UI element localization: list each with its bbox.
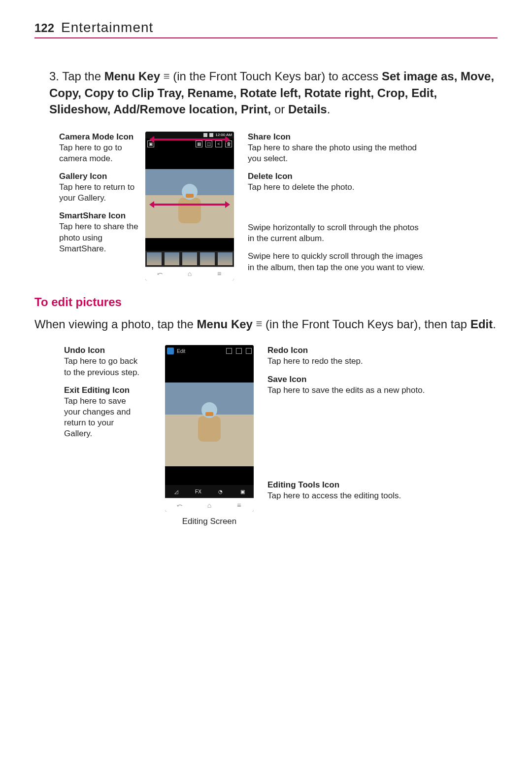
exit-editing-callout: Exit Editing Icon Tap here to save your … <box>64 385 140 439</box>
text: When viewing a photo, tap the <box>34 317 197 331</box>
crop-tool-icon[interactable]: ◿ <box>165 485 187 498</box>
swipe-horizontal-arrow <box>153 204 226 206</box>
callout-desc: Tap here to delete the photo. <box>248 182 354 192</box>
gallery-callout: Gallery Icon Tap here to return to your … <box>59 171 140 204</box>
edit-option: Edit <box>470 317 493 331</box>
editor-top-bar: Edit <box>165 345 254 357</box>
thumbnail[interactable] <box>147 252 162 265</box>
battery-icon <box>209 133 213 137</box>
undo-icon[interactable] <box>226 348 232 354</box>
callout-title: Camera Mode Icon <box>59 132 133 141</box>
thumbnail-strip[interactable] <box>145 251 234 267</box>
text: (in the Front Touch Keys bar) to access <box>173 70 382 83</box>
to-edit-pictures-heading: To edit pictures <box>34 295 498 309</box>
fx-tool-icon[interactable]: FX <box>187 485 209 498</box>
photo-content <box>195 402 224 446</box>
text: 3. Tap the <box>49 70 104 83</box>
callout-desc: Tap here to save the edits as a new phot… <box>267 385 425 395</box>
menu-key-icon: ≡ <box>164 71 170 82</box>
swipe-horizontal-callout: Swipe horizontally to scroll through the… <box>248 222 426 244</box>
text: or <box>274 103 288 116</box>
photo-content <box>175 184 204 227</box>
thumbnail[interactable] <box>200 252 215 265</box>
callout-title: Undo Icon <box>64 346 105 355</box>
callout-title: Exit Editing Icon <box>64 385 130 395</box>
photo-viewer-diagram: Camera Mode Icon Tap here to go to camer… <box>34 132 498 280</box>
callout-desc: Tap here to return to your Gallery. <box>59 182 134 203</box>
thumbnail[interactable] <box>182 252 197 265</box>
callout-desc: Tap here to go to camera mode. <box>59 143 122 163</box>
page-number: 122 <box>34 21 54 35</box>
editbar-label: Edit <box>177 348 185 354</box>
editor-photo-area[interactable] <box>165 382 254 466</box>
smartshare-callout: SmartShare Icon Tap here to share the ph… <box>59 210 140 254</box>
editing-screen-diagram: Undo Icon Tap here to go back to the pre… <box>34 345 498 526</box>
callout-title: Save Icon <box>267 375 306 384</box>
menu-key[interactable]: ≡ <box>204 267 234 280</box>
menu-key[interactable]: ≡ <box>224 498 254 512</box>
callout-desc: Tap here to save your changes and return… <box>64 396 131 438</box>
photo-view-area[interactable] <box>145 169 234 238</box>
home-key[interactable]: ⌂ <box>195 498 224 512</box>
callout-title: Share Icon <box>248 132 291 141</box>
callout-title: Editing Tools Icon <box>267 480 339 489</box>
share-callout: Share Icon Tap here to share the photo u… <box>248 132 426 164</box>
smartshare-icon[interactable]: ◫ <box>205 140 212 147</box>
frame-tool-icon[interactable]: ▣ <box>232 485 254 498</box>
callout-title: SmartShare Icon <box>59 211 126 220</box>
signal-icon <box>203 133 207 137</box>
callout-desc: Tap here to share the photo using the me… <box>248 143 417 163</box>
exit-editing-icon[interactable] <box>167 348 174 354</box>
gallery-icon[interactable]: ▦ <box>196 140 202 147</box>
editing-tools-bar: ◿ FX ◔ ▣ <box>165 485 254 498</box>
menu-key-label: Menu Key <box>197 317 253 331</box>
save-callout: Save Icon Tap here to save the edits as … <box>267 374 446 396</box>
edit-instruction-paragraph: When viewing a photo, tap the Menu Key ≡… <box>34 316 498 333</box>
color-tool-icon[interactable]: ◔ <box>209 485 232 498</box>
text: . <box>327 103 331 116</box>
callout-title: Delete Icon <box>248 172 293 181</box>
back-key[interactable]: ⤺ <box>165 498 195 512</box>
callout-desc: Tap here to access the editing tools. <box>267 491 401 500</box>
back-key[interactable]: ⤺ <box>145 267 175 280</box>
text: . <box>493 317 496 331</box>
swipe-thumbs-arrow <box>153 139 226 140</box>
page-header: 122 Entertainment <box>34 20 498 38</box>
undo-callout: Undo Icon Tap here to go back to the pre… <box>64 345 140 378</box>
callout-desc: Tap here to go back to the previous step… <box>64 356 139 377</box>
save-icon[interactable] <box>246 348 252 354</box>
status-bar: 12:00 AM <box>145 132 234 139</box>
redo-callout: Redo Icon Tap here to redo the step. <box>267 345 446 367</box>
home-key[interactable]: ⌂ <box>175 267 204 280</box>
callout-desc: Tap here to redo the step. <box>267 356 363 366</box>
chapter-title: Entertainment <box>61 20 153 35</box>
details-option: Details <box>288 103 327 116</box>
text: (in the Front Touch Keys bar), then tap <box>266 317 470 331</box>
callout-title: Gallery Icon <box>59 172 107 181</box>
menu-key-icon: ≡ <box>256 318 263 329</box>
share-icon[interactable]: < <box>215 140 222 147</box>
front-touch-keys: ⤺ ⌂ ≡ <box>145 267 234 280</box>
callout-desc: Tap here to share the photo using SmartS… <box>59 222 138 253</box>
thumbnail[interactable] <box>218 252 233 265</box>
menu-key-label: Menu Key <box>104 70 160 83</box>
camera-mode-callout: Camera Mode Icon Tap here to go to camer… <box>59 132 140 164</box>
redo-icon[interactable] <box>236 348 242 354</box>
editing-screen-caption: Editing Screen <box>160 517 259 526</box>
callout-title: Redo Icon <box>267 346 308 355</box>
phone-screenshot-editor: Edit ◿ FX ◔ ▣ <box>165 345 254 512</box>
callout-desc: Swipe here to quickly scroll through the… <box>248 251 425 272</box>
editing-tools-callout: Editing Tools Icon Tap here to access th… <box>267 480 446 501</box>
phone-screenshot-viewer: 12:00 AM ▣ ▦ ◫ < 🗑 <box>145 132 234 280</box>
step-3-text: 3. Tap the Menu Key ≡ (in the Front Touc… <box>49 68 498 118</box>
front-touch-keys: ⤺ ⌂ ≡ <box>165 498 254 512</box>
thumbnail[interactable] <box>165 252 179 265</box>
callout-desc: Swipe horizontally to scroll through the… <box>248 223 419 243</box>
delete-callout: Delete Icon Tap here to delete the photo… <box>248 171 426 193</box>
swipe-thumb-callout: Swipe here to quickly scroll through the… <box>248 251 426 273</box>
